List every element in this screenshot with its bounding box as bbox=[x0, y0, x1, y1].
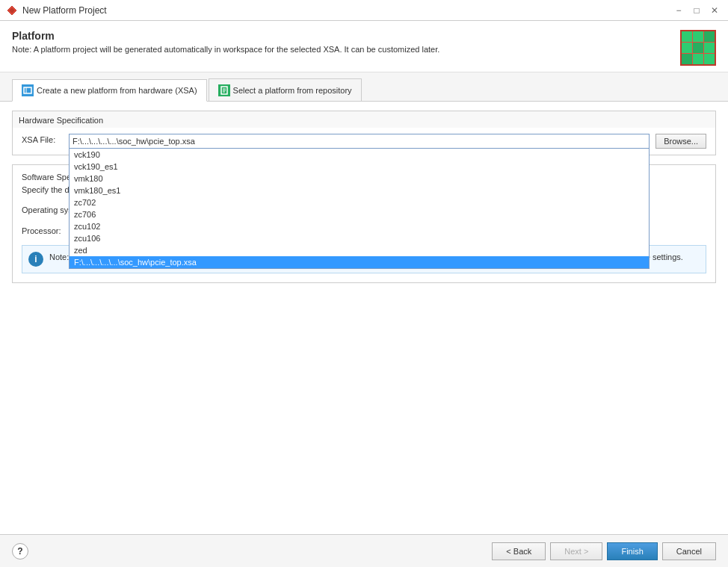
dropdown-item-vck190[interactable]: vck190 bbox=[70, 149, 649, 161]
dropdown-item-vmk180es1[interactable]: vmk180_es1 bbox=[70, 185, 649, 196]
nav-buttons: < Back Next > Finish Cancel bbox=[492, 542, 716, 560]
header-note: Note: A platform project will be generat… bbox=[12, 45, 680, 54]
dropdown-item-zc702[interactable]: zc702 bbox=[70, 196, 649, 208]
tab-repo-label: Select a platform from repository bbox=[233, 86, 352, 95]
dropdown-item-zed[interactable]: zed bbox=[70, 244, 649, 256]
app-icon bbox=[6, 4, 18, 16]
finish-button[interactable]: Finish bbox=[607, 542, 657, 560]
dropdown-item-zcu102[interactable]: zcu102 bbox=[70, 220, 649, 232]
hardware-spec-group: Hardware Specification XSA File: vck190 … bbox=[12, 111, 716, 155]
title-bar: New Platform Project − □ ✕ bbox=[0, 0, 728, 21]
close-button[interactable]: ✕ bbox=[707, 3, 722, 18]
hw-tab-icon bbox=[22, 84, 34, 96]
xsa-file-label: XSA File: bbox=[22, 134, 63, 144]
hw-spec-body: XSA File: vck190 vck190_es1 vmk180 vmk18… bbox=[13, 128, 715, 155]
window-controls: − □ ✕ bbox=[671, 3, 722, 18]
bottom-bar: ? < Back Next > Finish Cancel bbox=[0, 534, 728, 567]
xsa-row: XSA File: vck190 vck190_es1 vmk180 vmk18… bbox=[22, 134, 706, 149]
xsa-combo-wrapper: vck190 vck190_es1 vmk180 vmk180_es1 zc70… bbox=[69, 134, 650, 149]
xsa-file-input[interactable] bbox=[69, 134, 650, 149]
back-button[interactable]: < Back bbox=[492, 542, 546, 560]
help-button[interactable]: ? bbox=[12, 543, 28, 560]
tab-hw-label: Create a new platform from hardware (XSA… bbox=[37, 86, 197, 95]
next-button[interactable]: Next > bbox=[550, 542, 602, 560]
minimize-button[interactable]: − bbox=[671, 3, 686, 18]
header-left: Platform Note: A platform project will b… bbox=[12, 30, 680, 54]
header-section: Platform Note: A platform project will b… bbox=[0, 21, 728, 72]
xilinx-logo bbox=[680, 30, 716, 66]
hw-spec-label: Hardware Specification bbox=[13, 111, 715, 128]
tabs-bar: Create a new platform from hardware (XSA… bbox=[0, 72, 728, 102]
dialog-content: Platform Note: A platform project will b… bbox=[0, 21, 728, 567]
dropdown-item-zc706[interactable]: zc706 bbox=[70, 208, 649, 220]
window-title: New Platform Project bbox=[22, 5, 107, 16]
info-icon: i bbox=[28, 252, 43, 267]
main-panel: Hardware Specification XSA File: vck190 … bbox=[0, 102, 728, 534]
repo-tab-icon bbox=[218, 84, 230, 96]
browse-button[interactable]: Browse... bbox=[655, 134, 706, 149]
tab-repo[interactable]: Select a platform from repository bbox=[209, 78, 362, 101]
xsa-dropdown-list: vck190 vck190_es1 vmk180 vmk180_es1 zc70… bbox=[69, 149, 650, 269]
page-title: Platform bbox=[12, 30, 680, 42]
dropdown-item-selected[interactable]: F:\...\...\...\...\soc_hw\pcie_top.xsa bbox=[70, 256, 649, 268]
cancel-button[interactable]: Cancel bbox=[662, 542, 716, 560]
tab-create-hw[interactable]: Create a new platform from hardware (XSA… bbox=[12, 79, 207, 102]
dropdown-item-vmk180[interactable]: vmk180 bbox=[70, 173, 649, 185]
svg-rect-2 bbox=[24, 87, 31, 93]
dropdown-item-vck190es1[interactable]: vck190_es1 bbox=[70, 161, 649, 173]
maximize-button[interactable]: □ bbox=[689, 3, 704, 18]
dropdown-item-zcu106[interactable]: zcu106 bbox=[70, 232, 649, 244]
